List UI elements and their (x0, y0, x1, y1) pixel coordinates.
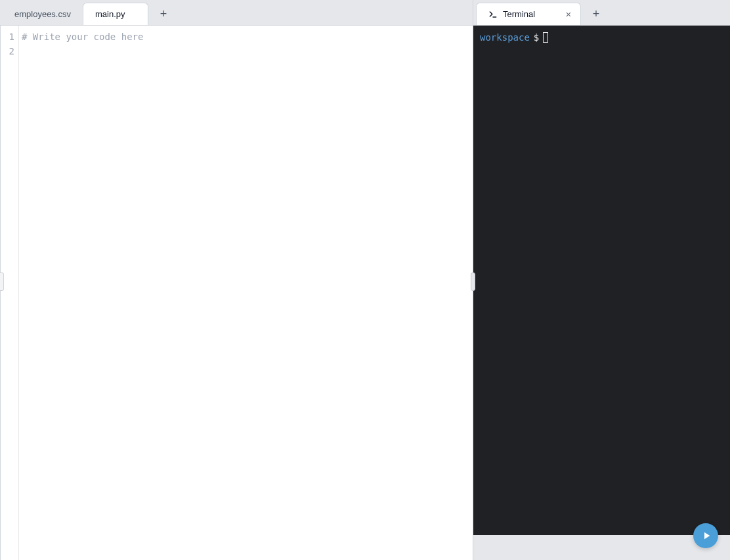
terminal-pane: Terminal × + workspace $ (473, 0, 730, 560)
terminal-prompt-line: workspace $ (480, 32, 723, 43)
tab-main-py[interactable]: main.py (83, 3, 148, 25)
plus-icon: + (160, 7, 167, 21)
code-line: # Write your code here (22, 30, 473, 44)
line-number: 2 (1, 44, 14, 58)
new-terminal-tab-button[interactable]: + (585, 3, 607, 25)
tab-employees-csv[interactable]: employees.csv (3, 3, 83, 25)
editor-body[interactable]: 1 2 # Write your code here (0, 25, 473, 560)
tab-label: employees.csv (14, 9, 71, 19)
prompt-symbol: $ (534, 32, 539, 43)
terminal-body[interactable]: workspace $ (473, 25, 730, 535)
terminal-icon (488, 10, 498, 19)
plus-icon: + (593, 7, 600, 21)
editor-tab-bar: employees.csv main.py + (0, 0, 473, 25)
terminal-tab-bar: Terminal × + (473, 0, 730, 25)
play-icon (700, 530, 712, 542)
prompt-path: workspace (480, 32, 530, 43)
line-gutter: 1 2 (1, 26, 19, 560)
new-tab-button[interactable]: + (152, 3, 175, 25)
editor-pane: employees.csv main.py + 1 2 # Write your… (0, 0, 473, 560)
left-collapse-handle[interactable] (0, 272, 4, 291)
run-button[interactable] (693, 523, 718, 548)
tab-label: main.py (95, 9, 125, 19)
line-number: 1 (1, 30, 14, 44)
code-area[interactable]: # Write your code here (19, 26, 473, 560)
terminal-cursor (543, 32, 548, 43)
tab-terminal[interactable]: Terminal × (476, 3, 581, 25)
tab-label: Terminal (503, 9, 535, 19)
pane-splitter-handle[interactable] (471, 272, 475, 291)
close-icon[interactable]: × (563, 9, 574, 20)
